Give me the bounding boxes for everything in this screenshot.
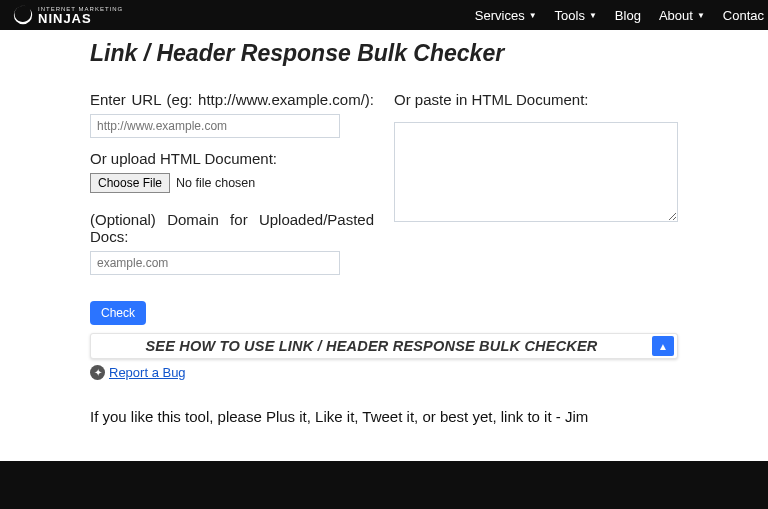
nav-links: Services▼ Tools▼ Blog About▼ Contac (475, 8, 764, 23)
chevron-down-icon: ▼ (589, 11, 597, 20)
html-textarea[interactable] (394, 122, 678, 222)
url-label: Enter URL (eg: http://www.example.com/): (90, 91, 374, 108)
nav-contact[interactable]: Contac (723, 8, 764, 23)
form-right-column: Or paste in HTML Document: (394, 91, 678, 287)
navbar: INTERNET MARKETING NINJAS Services▼ Tool… (0, 0, 768, 30)
report-bug-link[interactable]: Report a Bug (109, 365, 186, 380)
nav-blog[interactable]: Blog (615, 8, 641, 23)
domain-input[interactable] (90, 251, 340, 275)
page-title: Link / Header Response Bulk Checker (90, 40, 678, 67)
bug-icon: ✦ (90, 365, 105, 380)
brand-logo[interactable]: INTERNET MARKETING NINJAS (12, 4, 123, 26)
upload-label: Or upload HTML Document: (90, 150, 374, 167)
file-status-text: No file chosen (176, 176, 255, 190)
accordion-toggle-icon[interactable]: ▲ (652, 336, 674, 356)
paste-label: Or paste in HTML Document: (394, 91, 678, 108)
nav-tools[interactable]: Tools▼ (555, 8, 597, 23)
footer: Popular SEO Services : Quick Links : Soc… (0, 461, 768, 509)
report-bug-row: ✦ Report a Bug (90, 365, 678, 380)
choose-file-button[interactable]: Choose File (90, 173, 170, 193)
form-left-column: Enter URL (eg: http://www.example.com/):… (90, 91, 374, 287)
url-input[interactable] (90, 114, 340, 138)
how-to-accordion[interactable]: SEE HOW TO USE LINK / HEADER RESPONSE BU… (90, 333, 678, 359)
chevron-down-icon: ▼ (697, 11, 705, 20)
brand-title: NINJAS (38, 12, 123, 25)
accordion-title: SEE HOW TO USE LINK / HEADER RESPONSE BU… (91, 338, 652, 354)
domain-label: (Optional) Domain for Uploaded/Pasted Do… (90, 211, 374, 245)
nav-services[interactable]: Services▼ (475, 8, 537, 23)
like-text: If you like this tool, please Plus it, L… (90, 408, 678, 425)
chevron-down-icon: ▼ (529, 11, 537, 20)
file-input-row: Choose File No file chosen (90, 173, 374, 193)
ninja-swirl-icon (12, 4, 34, 26)
main-container: Link / Header Response Bulk Checker Ente… (74, 30, 694, 425)
check-button[interactable]: Check (90, 301, 146, 325)
nav-about[interactable]: About▼ (659, 8, 705, 23)
form-grid: Enter URL (eg: http://www.example.com/):… (90, 91, 678, 287)
